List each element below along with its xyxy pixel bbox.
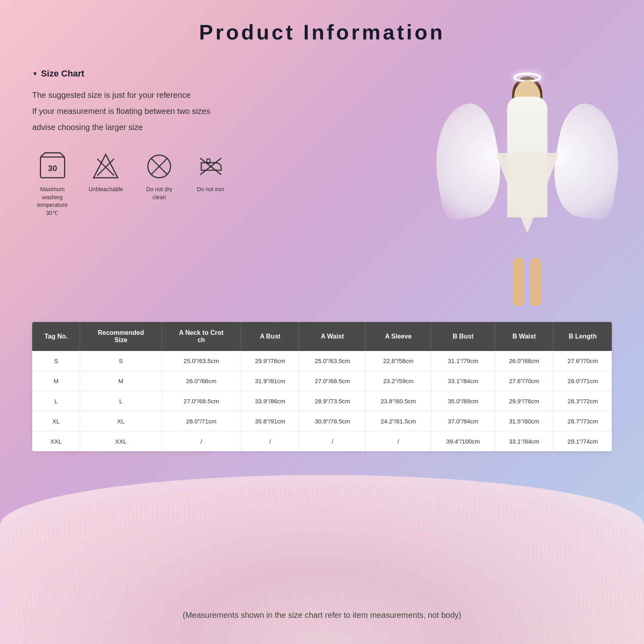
table-cell-3: 33.9"/86cm (241, 391, 299, 411)
dress (495, 153, 559, 233)
table-cell-0: L (32, 391, 80, 411)
table-cell-4: 27.0"/68.5cm (299, 371, 365, 391)
table-cell-4: 25.0"/63.5cm (299, 351, 365, 371)
table-cell-5: 22.8"/58cm (365, 351, 431, 371)
table-cell-2: 27.0"/68.5cm (162, 391, 241, 411)
no-bleach-icon (91, 151, 121, 182)
table-cell-5: 23.2"/59cm (365, 371, 431, 391)
table-cell-6: 31.1"/79cm (431, 351, 495, 371)
table-cell-6: 39.4"/100cm (431, 431, 495, 452)
wash-icon: 30 (37, 151, 68, 182)
care-dry-clean: Do not dry clean (139, 151, 180, 201)
col-a-bust: A Bust (241, 322, 299, 351)
no-iron-icon (196, 151, 226, 182)
col-b-bust: B Bust (431, 322, 495, 351)
svg-text:30: 30 (48, 163, 57, 173)
model-image-section (443, 64, 612, 306)
care-dry-clean-label: Do not dry clean (139, 186, 180, 201)
table-cell-7: 26.0"/66cm (495, 351, 553, 371)
table-row: SS25.0"/63.5cm29.9"/76cm25.0"/63.5cm22.8… (32, 351, 612, 371)
table-cell-3: 35.8"/91cm (241, 411, 299, 431)
table-cell-7: 27.6"/70cm (495, 371, 553, 391)
table-cell-4: 28.9"/73.5cm (299, 391, 365, 411)
table-cell-1: L (80, 391, 162, 411)
table-cell-6: 35.0"/89cm (431, 391, 495, 411)
table-cell-0: M (32, 371, 80, 391)
col-tag-no: Tag No. (32, 322, 80, 351)
care-wash: 30 Maximum washing temperature 30℃ (32, 151, 72, 217)
table-cell-2: 28.0"/71cm (162, 411, 241, 431)
table-cell-6: 33.1"/84cm (431, 371, 495, 391)
col-b-length: B Length (553, 322, 612, 351)
table-cell-1: XL (80, 411, 162, 431)
table-cell-0: S (32, 351, 80, 371)
table-row: XXLXXL////39.4"/100cm33.1"/84cm29.1"/74c… (32, 431, 612, 452)
col-recommended-size: RecommendedSize (80, 322, 162, 351)
page-title: Product Information (32, 20, 612, 44)
leg-left (513, 258, 524, 306)
table-cell-8: 28.7"/73cm (553, 411, 612, 431)
table-cell-4: / (299, 431, 365, 452)
size-chart-description: The suggested size is just for your refe… (32, 87, 427, 135)
table-cell-2: 25.0"/63.5cm (162, 351, 241, 371)
table-cell-3: 31.9"/81cm (241, 371, 299, 391)
legs (513, 258, 542, 306)
care-bleach: Unbleachable (89, 151, 123, 194)
table-cell-5: 24.2"/61.5cm (365, 411, 431, 431)
table-row: MM26.0"/66cm31.9"/81cm27.0"/68.5cm23.2"/… (32, 371, 612, 391)
table-cell-3: / (241, 431, 299, 452)
model-image (443, 64, 612, 306)
table-cell-2: / (162, 431, 241, 452)
leg-right (530, 258, 542, 306)
table-cell-0: XL (32, 411, 80, 431)
table-header-row: Tag No. RecommendedSize A Neck to Crotch… (32, 322, 612, 351)
table-cell-7: 29.9"/76cm (495, 391, 553, 411)
care-bleach-label: Unbleachable (89, 186, 123, 194)
table-row: LL27.0"/68.5cm33.9"/86cm28.9"/73.5cm23.8… (32, 391, 612, 411)
table-cell-5: 23.8"/60.5cm (365, 391, 431, 411)
care-iron: Do not iron (196, 151, 226, 194)
care-wash-label: Maximum washing temperature 30℃ (32, 186, 72, 217)
care-iron-label: Do not iron (197, 186, 224, 194)
table-cell-8: 28.3"/72cm (553, 391, 612, 411)
table-cell-2: 26.0"/66cm (162, 371, 241, 391)
table-cell-8: 28.0"/71cm (553, 371, 612, 391)
col-a-waist: A Waist (299, 322, 365, 351)
table-cell-8: 27.6"/70cm (553, 351, 612, 371)
table-cell-4: 30.9"/78.5cm (299, 411, 365, 431)
table-cell-8: 29.1"/74cm (553, 431, 612, 452)
col-a-sleeve: A Sleeve (365, 322, 431, 351)
table-cell-1: M (80, 371, 162, 391)
col-neck-crotch: A Neck to Crotch (162, 322, 241, 351)
size-chart-heading: ▼ Size Chart (32, 68, 427, 79)
table-cell-5: / (365, 431, 431, 452)
angel-figure (467, 72, 588, 306)
table-cell-7: 33.1"/84cm (495, 431, 553, 452)
col-b-waist: B Waist (495, 322, 553, 351)
table-row: XLXL28.0"/71cm35.8"/91cm30.9"/78.5cm24.2… (32, 411, 612, 431)
table-cell-6: 37.0"/94cm (431, 411, 495, 431)
size-table-section: Tag No. RecommendedSize A Neck to Crotch… (32, 322, 612, 451)
care-icons-container: 30 Maximum washing temperature 30℃ Unble… (32, 151, 427, 217)
footer-note: (Measurements shown in the size chart re… (0, 611, 644, 620)
no-dry-clean-icon (144, 151, 174, 182)
table-cell-0: XXL (32, 431, 80, 452)
table-cell-1: XXL (80, 431, 162, 452)
table-cell-1: S (80, 351, 162, 371)
table-cell-7: 31.5"/80cm (495, 411, 553, 431)
table-cell-3: 29.9"/76cm (241, 351, 299, 371)
svg-marker-2 (94, 155, 118, 178)
triangle-icon: ▼ (32, 70, 38, 77)
size-table: Tag No. RecommendedSize A Neck to Crotch… (32, 322, 612, 451)
